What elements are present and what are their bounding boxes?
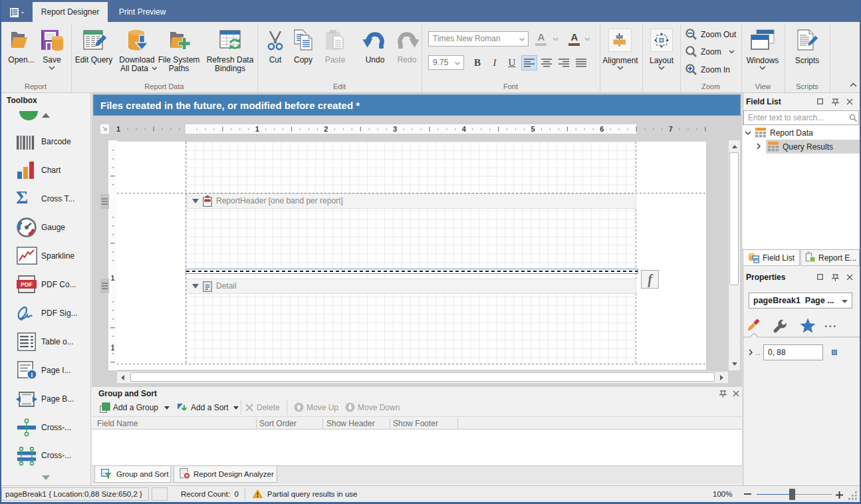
svg-text:4: 4 bbox=[462, 125, 467, 133]
svg-text:5: 5 bbox=[531, 125, 535, 133]
svg-text:1: 1 bbox=[255, 125, 259, 133]
svg-text:1: 1 bbox=[111, 275, 115, 282]
svg-text:1: 1 bbox=[111, 344, 115, 352]
svg-text:6: 6 bbox=[600, 125, 604, 133]
svg-text:7: 7 bbox=[669, 125, 673, 133]
svg-text:3: 3 bbox=[393, 125, 397, 133]
svg-text:PDF: PDF bbox=[21, 281, 33, 288]
svg-text:2: 2 bbox=[324, 125, 328, 133]
svg-text:1: 1 bbox=[116, 125, 120, 133]
svg-text:i: i bbox=[31, 371, 33, 378]
